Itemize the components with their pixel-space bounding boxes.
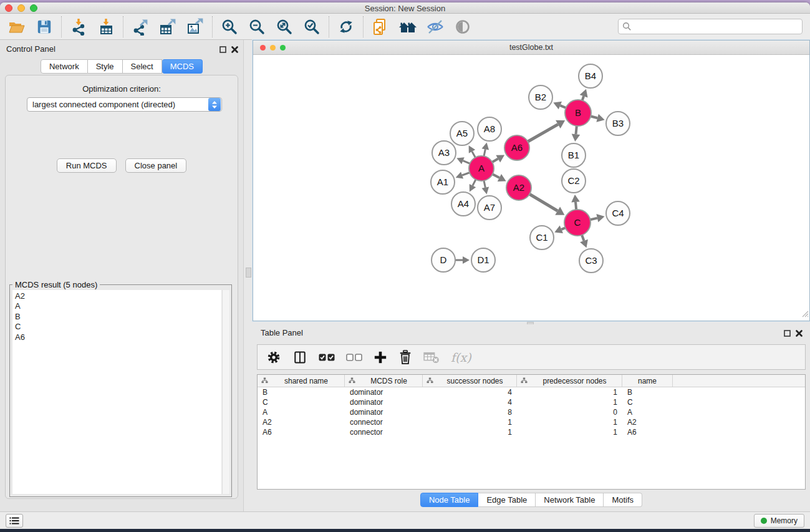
- add-column-icon[interactable]: [374, 351, 387, 364]
- network-canvas[interactable]: B4B2BB3A5A8A6A3B1AA1C2A2A4A7C4CC1C3DD1: [253, 55, 809, 321]
- show-columns-icon[interactable]: [292, 350, 307, 365]
- zoom-fit-icon[interactable]: [275, 17, 294, 36]
- network-graph[interactable]: B4B2BB3A5A8A6A3B1AA1C2A2A4A7C4CC1C3DD1: [253, 55, 809, 321]
- close-panel-icon[interactable]: [231, 44, 238, 56]
- table-cell[interactable]: 1: [423, 417, 517, 427]
- column-header-MCDS-role[interactable]: MCDS role: [345, 375, 423, 387]
- float-panel-icon[interactable]: [219, 44, 226, 56]
- refresh-icon[interactable]: [337, 17, 355, 36]
- table-cell[interactable]: dominator: [345, 397, 423, 407]
- tab-network-table[interactable]: Network Table: [536, 493, 604, 507]
- table-row[interactable]: Cdominator41C: [258, 397, 805, 407]
- delete-table-icon[interactable]: [423, 351, 440, 364]
- node-label-B4: B4: [585, 70, 596, 81]
- table-row[interactable]: Adominator80A: [258, 407, 805, 417]
- mcds-result-item[interactable]: B: [15, 312, 219, 322]
- table-cell[interactable]: connector: [345, 417, 423, 427]
- tab-network[interactable]: Network: [41, 59, 88, 74]
- mcds-result-item[interactable]: A2: [15, 291, 219, 301]
- zoom-in-icon[interactable]: [220, 17, 239, 36]
- mcds-result-item[interactable]: C: [15, 322, 219, 332]
- table-cell[interactable]: 4: [423, 387, 517, 397]
- table-cell[interactable]: B: [622, 387, 673, 397]
- table-cell[interactable]: A2: [258, 417, 345, 427]
- edge-arrowhead: [596, 114, 604, 122]
- table-cell[interactable]: A: [622, 407, 673, 417]
- table-cell[interactable]: dominator: [345, 387, 423, 397]
- table-cell[interactable]: A6: [258, 427, 345, 437]
- table-cell[interactable]: A6: [622, 427, 673, 437]
- app-title: Session: New Session: [0, 4, 810, 13]
- table-cell[interactable]: 1: [517, 397, 622, 407]
- table-cell[interactable]: 1: [517, 417, 622, 427]
- table-cell[interactable]: C: [622, 397, 673, 407]
- table-cell[interactable]: 1: [423, 427, 517, 437]
- table-cell[interactable]: 8: [423, 407, 517, 417]
- import-table-icon[interactable]: [97, 17, 115, 36]
- table-cell[interactable]: C: [258, 397, 345, 407]
- column-header-shared-name[interactable]: shared name: [258, 375, 345, 387]
- node-label-A6: A6: [511, 142, 523, 153]
- table-cell[interactable]: dominator: [345, 407, 423, 417]
- column-header-successor-nodes[interactable]: successor nodes: [423, 375, 517, 387]
- table-row[interactable]: A6connector11A6: [258, 427, 805, 437]
- window-resize-grip[interactable]: [800, 309, 809, 320]
- tab-style[interactable]: Style: [88, 59, 123, 74]
- select-all-icon[interactable]: [319, 353, 335, 362]
- duplicate-network-icon[interactable]: [371, 17, 390, 36]
- save-session-icon[interactable]: [35, 17, 54, 36]
- function-builder-icon[interactable]: f(x): [451, 351, 471, 364]
- node-label-C1: C1: [536, 232, 547, 243]
- node-label-A3: A3: [438, 147, 450, 158]
- table-cell[interactable]: 0: [517, 407, 622, 417]
- mcds-result-scrollbar[interactable]: [222, 290, 229, 494]
- home-icon[interactable]: [398, 17, 417, 36]
- column-header-name[interactable]: name: [622, 375, 673, 387]
- table-row[interactable]: Bdominator41B: [258, 387, 805, 397]
- close-table-panel-icon[interactable]: [796, 328, 803, 339]
- table-cell[interactable]: 1: [517, 387, 622, 397]
- memory-button[interactable]: Memory: [754, 514, 804, 528]
- export-table-icon[interactable]: [158, 17, 177, 36]
- open-session-icon[interactable]: [7, 17, 26, 36]
- column-header-predecessor-nodes[interactable]: predecessor nodes: [517, 375, 622, 387]
- delete-column-icon[interactable]: [398, 350, 412, 365]
- tab-select[interactable]: Select: [123, 59, 162, 74]
- deselect-all-icon[interactable]: [346, 353, 362, 362]
- table-cell[interactable]: connector: [345, 427, 423, 437]
- criterion-dropdown[interactable]: largest connected component (directed): [27, 97, 222, 112]
- node-label-B1: B1: [568, 150, 579, 160]
- table-cell[interactable]: 1: [517, 427, 622, 437]
- hide-eye-icon[interactable]: [426, 17, 445, 36]
- table-cell[interactable]: A: [258, 407, 345, 417]
- table-cell[interactable]: B: [258, 387, 345, 397]
- export-network-icon[interactable]: [131, 17, 150, 36]
- vertical-splitter-handle[interactable]: [246, 268, 251, 278]
- close-panel-button[interactable]: Close panel: [125, 158, 187, 173]
- zoom-out-icon[interactable]: [248, 17, 266, 36]
- run-mcds-button[interactable]: Run MCDS: [57, 158, 117, 173]
- optimization-criterion-label: Optimization criterion:: [6, 84, 238, 94]
- node-label-B3: B3: [612, 118, 624, 128]
- memory-status-icon: [761, 518, 767, 524]
- table-cell[interactable]: A2: [622, 417, 673, 427]
- zoom-selected-icon[interactable]: [302, 17, 321, 36]
- tab-mcds[interactable]: MCDS: [162, 59, 203, 74]
- tab-motifs[interactable]: Motifs: [604, 493, 642, 507]
- table-cell[interactable]: 4: [423, 397, 517, 407]
- mcds-result-item[interactable]: A6: [15, 332, 219, 342]
- mcds-panel: Optimization criterion: largest connecte…: [5, 75, 238, 499]
- eye-icon[interactable]: [453, 17, 472, 36]
- import-network-icon[interactable]: [69, 17, 88, 36]
- tab-edge-table[interactable]: Edge Table: [478, 493, 536, 507]
- table-row[interactable]: A2connector11A2: [258, 417, 805, 427]
- tab-node-table[interactable]: Node Table: [420, 493, 479, 507]
- node-label-A5: A5: [456, 128, 468, 138]
- export-image-icon[interactable]: [186, 17, 205, 36]
- mcds-result-item[interactable]: A: [15, 301, 219, 311]
- task-history-button[interactable]: [6, 514, 23, 528]
- float-table-panel-icon[interactable]: [784, 328, 791, 339]
- table-settings-gear-icon[interactable]: [266, 350, 281, 365]
- search-input[interactable]: [618, 19, 803, 34]
- mcds-result-list[interactable]: A2ABCA6: [12, 290, 221, 494]
